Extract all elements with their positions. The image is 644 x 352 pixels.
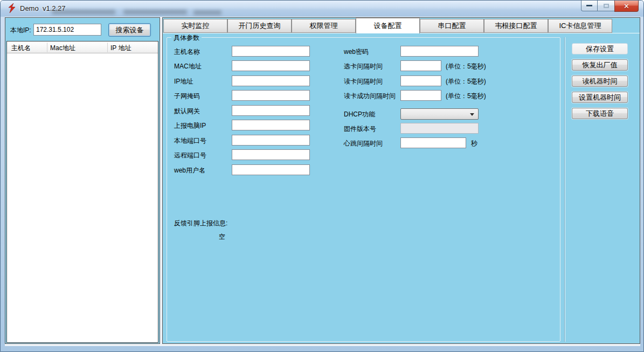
select-card-interval-input[interactable]: [400, 60, 441, 71]
local-ip-label: 本地IP:: [10, 26, 31, 35]
mac-label: MAC地址: [174, 62, 202, 71]
read-success-interval-input[interactable]: [400, 90, 441, 101]
maximize-icon: [604, 4, 609, 8]
read-success-interval-unit: (单位：5毫秒): [446, 92, 486, 101]
netmask-label: 子网掩码: [174, 92, 200, 101]
netmask-input[interactable]: [232, 90, 310, 101]
remote-port-input[interactable]: [232, 149, 310, 160]
tab-device-config[interactable]: 设备配置: [356, 18, 420, 33]
parameters-groupbox: 具体参数 主机名称 MAC地址 IP地址 子网掩码 默认网关 上报电脑IP 本地…: [167, 37, 560, 342]
tab-permission[interactable]: 权限管理: [292, 19, 356, 33]
report-pc-ip-label: 上报电脑IP: [174, 121, 206, 130]
minimize-button[interactable]: [581, 1, 598, 11]
blurred-text-region: [193, 10, 221, 15]
read-card-interval-unit: (单位：5毫秒): [446, 77, 486, 86]
heartbeat-interval-input[interactable]: [400, 137, 466, 148]
maximize-button[interactable]: [598, 1, 614, 11]
read-machine-time-button[interactable]: 读机器时间: [572, 75, 628, 87]
blurred-text-region: [52, 10, 115, 15]
gateway-input[interactable]: [232, 105, 310, 116]
column-mac[interactable]: Mac地址: [50, 44, 75, 53]
gateway-label: 默认网关: [174, 107, 200, 116]
select-card-interval-label: 选卡间隔时间: [344, 62, 383, 71]
report-pc-ip-input[interactable]: [232, 120, 310, 130]
app-window: Demo v1.2.27 ✕ 本地IP: 搜索设备 主机名 Mac地址 IP 地…: [0, 0, 644, 352]
tab-realtime-monitor[interactable]: 实时监控: [163, 19, 227, 33]
download-voice-button[interactable]: 下载语音: [572, 108, 628, 119]
minimize-icon: [586, 5, 592, 6]
tab-wiegand-config[interactable]: 韦根接口配置: [484, 19, 548, 33]
feedback-pin-label: 反馈引脚上报信息:: [174, 219, 227, 228]
web-user-label: web用户名: [174, 166, 205, 175]
web-password-input[interactable]: [400, 46, 479, 57]
tab-bar: 实时监控 开门历史查询 权限管理 设备配置 串口配置 韦根接口配置 IC卡信息管…: [163, 18, 640, 33]
tab-ic-card-manage[interactable]: IC卡信息管理: [548, 19, 612, 33]
groupbox-title: 具体参数: [171, 33, 202, 43]
read-success-interval-label: 读卡成功间隔时间: [344, 92, 396, 101]
app-lightning-icon: [7, 3, 17, 13]
column-hostname[interactable]: 主机名: [11, 44, 31, 53]
read-card-interval-label: 读卡间隔时间: [344, 77, 383, 86]
device-list[interactable]: 主机名 Mac地址 IP 地址: [6, 41, 158, 343]
restore-factory-button[interactable]: 恢复出厂值: [572, 59, 628, 71]
heartbeat-interval-unit: 秒: [471, 139, 477, 148]
device-list-header: 主机名 Mac地址 IP 地址: [7, 42, 158, 53]
client-area: 本地IP: 搜索设备 主机名 Mac地址 IP 地址 实时监控 开门历史查询 权…: [5, 17, 640, 346]
close-button[interactable]: ✕: [614, 1, 639, 12]
column-ip[interactable]: IP 地址: [110, 44, 131, 53]
set-machine-time-button[interactable]: 设置机器时间: [572, 92, 628, 103]
close-icon: ✕: [624, 2, 629, 10]
window-controls: ✕: [581, 1, 639, 12]
web-user-input[interactable]: [232, 164, 310, 175]
search-device-button[interactable]: 搜索设备: [108, 23, 151, 37]
select-card-interval-unit: (单位：5毫秒): [446, 62, 486, 71]
hostname-label: 主机名称: [174, 47, 200, 57]
feedback-pin-value: 空: [219, 232, 225, 241]
tab-serial-config[interactable]: 串口配置: [420, 19, 484, 33]
device-search-panel: 本地IP: 搜索设备 主机名 Mac地址 IP 地址: [5, 17, 160, 344]
vertical-separator: [564, 37, 565, 342]
local-port-input[interactable]: [232, 135, 310, 146]
firmware-version-label: 固件版本号: [344, 125, 376, 134]
firmware-version-input: [400, 123, 479, 134]
hostname-input[interactable]: [232, 46, 310, 57]
chevron-down-icon: [470, 113, 474, 116]
titlebar: Demo v1.2.27 ✕: [1, 1, 643, 17]
dhcp-select[interactable]: [400, 108, 479, 120]
dhcp-label: DHCP功能: [344, 110, 375, 119]
local-ip-input[interactable]: [33, 24, 101, 36]
web-password-label: web密码: [344, 47, 369, 57]
ip-input[interactable]: [232, 75, 310, 86]
read-card-interval-input[interactable]: [400, 75, 441, 86]
local-port-label: 本地端口号: [174, 136, 206, 146]
column-separator[interactable]: [47, 43, 47, 52]
config-panel: 实时监控 开门历史查询 权限管理 设备配置 串口配置 韦根接口配置 IC卡信息管…: [162, 17, 640, 344]
tab-open-history[interactable]: 开门历史查询: [227, 19, 292, 33]
mac-input[interactable]: [232, 60, 310, 71]
blurred-text-region: [123, 10, 187, 15]
save-settings-button[interactable]: 保存设置: [572, 43, 628, 54]
heartbeat-interval-label: 心跳间隔时间: [344, 139, 383, 148]
column-separator[interactable]: [107, 43, 108, 52]
ip-label: IP地址: [174, 77, 193, 86]
remote-port-label: 远程端口号: [174, 151, 206, 160]
